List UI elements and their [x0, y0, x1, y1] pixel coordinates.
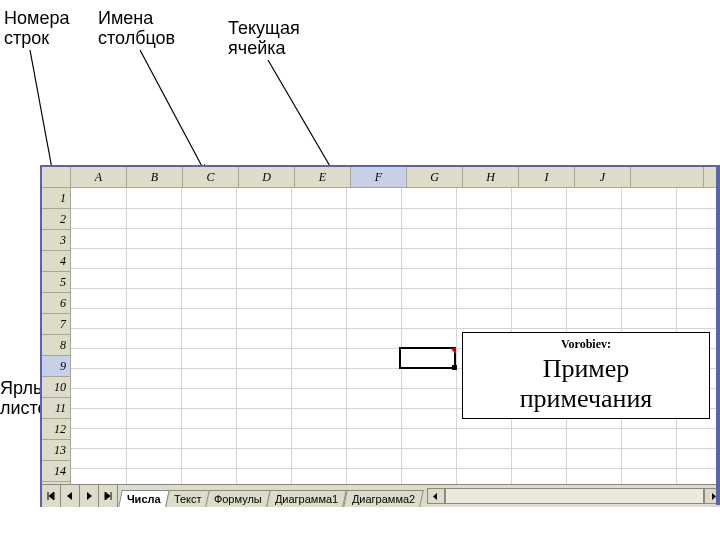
tab-first-button[interactable] [42, 485, 61, 507]
row-header-3[interactable]: 3 [42, 230, 70, 251]
column-header-A[interactable]: A [71, 167, 127, 187]
row-header-7[interactable]: 7 [42, 314, 70, 335]
column-header-H[interactable]: H [463, 167, 519, 187]
row-header-1[interactable]: 1 [42, 188, 70, 209]
cell-grid[interactable]: Vorobiev:Примерпримечания [71, 188, 720, 484]
sheet-tab-bar: ЧислаТекстФормулыДиаграмма1Диаграмма2 [42, 484, 720, 507]
column-header-D[interactable]: D [239, 167, 295, 187]
row-header-5[interactable]: 5 [42, 272, 70, 293]
tab-next-button[interactable] [80, 485, 99, 507]
comment-indicator [450, 348, 456, 354]
annotation-col-names: Именастолбцов [98, 8, 175, 48]
row-header-11[interactable]: 11 [42, 398, 70, 419]
column-header-B[interactable]: B [127, 167, 183, 187]
annotation-row-numbers: Номерастрок [4, 8, 69, 48]
column-header-J[interactable]: J [575, 167, 631, 187]
column-header-E[interactable]: E [295, 167, 351, 187]
sheet-tab-0[interactable]: Числа [118, 490, 169, 507]
row-header-9[interactable]: 9 [42, 356, 70, 377]
column-header-G[interactable]: G [407, 167, 463, 187]
comment-body: Примерпримечания [471, 354, 701, 414]
row-header-12[interactable]: 12 [42, 419, 70, 440]
tab-nav-buttons [42, 485, 118, 507]
svg-line-1 [140, 50, 205, 172]
row-header-10[interactable]: 10 [42, 377, 70, 398]
comment-author: Vorobiev: [471, 337, 701, 352]
scroll-track[interactable] [445, 488, 704, 504]
row-header-6[interactable]: 6 [42, 293, 70, 314]
row-header-14[interactable]: 14 [42, 461, 70, 482]
cell-comment: Vorobiev:Примерпримечания [462, 332, 710, 419]
select-all-corner[interactable] [42, 167, 71, 187]
horizontal-scrollbar[interactable] [427, 485, 720, 507]
column-header-row: ABCDEFGHIJ [42, 167, 720, 188]
sheet-tab-2[interactable]: Формулы [206, 490, 271, 507]
active-cell[interactable] [399, 347, 456, 369]
frame-right-edge [716, 165, 720, 505]
scroll-left-button[interactable] [427, 488, 445, 504]
grid-area: 1234567891011121314 Vorobiev:Примерприме… [42, 188, 720, 484]
row-header-8[interactable]: 8 [42, 335, 70, 356]
spreadsheet-window: ABCDEFGHIJ 1234567891011121314 Vorobiev:… [40, 165, 720, 507]
row-header-column: 1234567891011121314 [42, 188, 71, 484]
column-header-C[interactable]: C [183, 167, 239, 187]
row-header-13[interactable]: 13 [42, 440, 70, 461]
column-header-I[interactable]: I [519, 167, 575, 187]
column-header-F[interactable]: F [351, 167, 407, 187]
row-header-2[interactable]: 2 [42, 209, 70, 230]
tab-prev-button[interactable] [61, 485, 80, 507]
sheet-tab-1[interactable]: Текст [165, 490, 210, 507]
annotation-current-cell: Текущаяячейка [228, 18, 300, 58]
sheet-tab-4[interactable]: Диаграмма2 [343, 490, 424, 507]
sheet-tab-3[interactable]: Диаграмма1 [266, 490, 347, 507]
row-header-4[interactable]: 4 [42, 251, 70, 272]
tab-last-button[interactable] [99, 485, 118, 507]
